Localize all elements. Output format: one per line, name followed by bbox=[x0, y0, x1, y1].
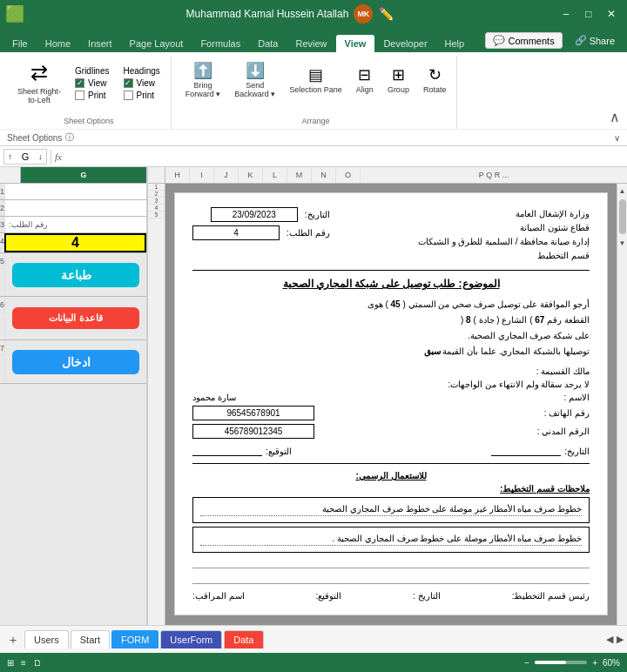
sheet-tab-data[interactable]: Data bbox=[224, 630, 263, 648]
scroll-up-btn[interactable]: ▲ bbox=[617, 185, 628, 196]
doc-org-info: وزارة الإشغال العامة قطاع شئون الصيانة إ… bbox=[418, 207, 590, 263]
scroll-thumb[interactable] bbox=[619, 199, 626, 234]
zoom-out-btn[interactable]: − bbox=[524, 658, 529, 668]
align-label: Align bbox=[356, 85, 374, 94]
database-button[interactable]: قاعدة البيانات bbox=[12, 307, 139, 329]
org3: إدارة صيانة محافظة / السلمية للطرق و الش… bbox=[418, 235, 590, 249]
minimize-button[interactable]: – bbox=[557, 5, 575, 23]
selection-pane-icon: ▤ bbox=[308, 65, 323, 84]
malk-line: مالك القسيمة : bbox=[192, 366, 590, 376]
vertical-scrollbar[interactable]: ▲ ▼ bbox=[617, 184, 627, 625]
doc-footer: رئيس قسم التخطيط: التاريخ : التوقيع: اسم… bbox=[192, 591, 590, 601]
req-label: رقم الطلب: bbox=[287, 228, 330, 238]
add-sheet-button[interactable]: + bbox=[3, 630, 23, 649]
right-panel: H I J K L M N O P Q R ... 1 2 3 4 5 bbox=[148, 167, 627, 625]
headings-view-checkbox[interactable]: ✓ View bbox=[120, 77, 164, 89]
rotate-button[interactable]: ↻ Rotate bbox=[420, 64, 450, 96]
req-value: 4 bbox=[192, 225, 280, 240]
sheet-right-to-left-button[interactable]: ⇄ Sheet Right-to-Left bbox=[14, 59, 64, 106]
footer-name-rep: اسم المراقب: bbox=[192, 591, 245, 601]
family-value: سارة محمود bbox=[192, 393, 236, 402]
tab-page-layout[interactable]: Page Layout bbox=[121, 35, 192, 52]
tab-insert[interactable]: Insert bbox=[79, 35, 121, 52]
sheet-tabs-bar: + Users Start FORM UserForm Data ◀ ▶ bbox=[0, 625, 627, 653]
cell-g4-number[interactable]: 4 bbox=[4, 233, 146, 252]
sheet-tab-users[interactable]: Users bbox=[24, 630, 69, 648]
cell-g2[interactable] bbox=[4, 200, 146, 216]
cell-g1[interactable] bbox=[4, 184, 146, 199]
rotate-icon: ↻ bbox=[428, 65, 442, 84]
pen-icon[interactable]: ✏️ bbox=[378, 6, 394, 22]
tab-data[interactable]: Data bbox=[249, 35, 287, 52]
send-backward-button[interactable]: ⬇️ SendBackward ▾ bbox=[231, 59, 279, 100]
headings-print-checkbox[interactable]: Print bbox=[120, 90, 164, 101]
gridlines-view-checkbox[interactable]: ✓ View bbox=[71, 77, 112, 89]
ribbon-tabs: File Home Insert Page Layout Formulas Da… bbox=[0, 28, 627, 52]
sign-line bbox=[192, 446, 262, 456]
rn-rest bbox=[148, 218, 165, 625]
scroll-down-arrow[interactable]: ↓ bbox=[38, 152, 43, 161]
cell-g3[interactable]: رقم الطلب: bbox=[4, 217, 146, 232]
zoom-in-btn[interactable]: + bbox=[592, 658, 597, 668]
spreadsheet-wrapper: G 1 2 3 رقم الطلب: 4 4 5 bbox=[0, 167, 627, 625]
headings-view-check[interactable]: ✓ bbox=[124, 78, 133, 88]
doc-top-divider bbox=[192, 270, 590, 271]
headings-text: Headings bbox=[124, 66, 160, 76]
sheet-tab-userform[interactable]: UserForm bbox=[160, 630, 222, 648]
sign-date-line bbox=[491, 446, 561, 456]
view-layout-icon[interactable]: ≡ bbox=[21, 658, 26, 668]
group-button[interactable]: ⊞ Group bbox=[384, 64, 413, 96]
scroll-down-btn[interactable]: ▼ bbox=[617, 238, 628, 248]
formula-input[interactable] bbox=[65, 151, 624, 162]
nav-left-btn[interactable]: ◀ bbox=[606, 634, 613, 645]
enter-button[interactable]: ادخال bbox=[12, 350, 139, 374]
align-button[interactable]: ⊟ Align bbox=[353, 64, 377, 96]
name-box[interactable] bbox=[12, 151, 38, 163]
maximize-button[interactable]: □ bbox=[580, 5, 597, 23]
print-button[interactable]: طباعة bbox=[12, 263, 139, 287]
col-h-header: H bbox=[165, 167, 190, 183]
tab-formulas[interactable]: Formulas bbox=[192, 35, 249, 52]
doc-org-header: وزارة الإشغال العامة قطاع شئون الصيانة إ… bbox=[192, 207, 590, 263]
sheet-tab-form[interactable]: FORM bbox=[111, 630, 158, 648]
sheet-tab-start[interactable]: Start bbox=[71, 630, 110, 648]
view-page-icon[interactable]: 🗋 bbox=[33, 658, 42, 668]
sign-row: التاريخ: التوقيع: bbox=[192, 446, 590, 456]
comments-button[interactable]: 💬 Comments bbox=[485, 32, 562, 49]
tab-home[interactable]: Home bbox=[37, 35, 79, 52]
app-window: 🟩 Muhammad Kamal Hussein Atallah MK ✏️ –… bbox=[0, 0, 627, 672]
send-backward-label: SendBackward ▾ bbox=[234, 81, 275, 98]
doc-with-rows: 1 2 3 4 5 وزارة الإشغال العامة قطاع ش bbox=[148, 184, 627, 625]
headings-print-check[interactable] bbox=[124, 91, 133, 100]
right-col-headers: H I J K L M N O P Q R ... bbox=[148, 167, 627, 184]
zoom-slider[interactable] bbox=[535, 661, 587, 664]
footer-date: التاريخ : bbox=[413, 591, 441, 601]
tab-file[interactable]: File bbox=[3, 35, 37, 52]
bring-forward-button[interactable]: ⬆️ BringForward ▾ bbox=[182, 59, 225, 100]
rotate-label: Rotate bbox=[423, 85, 447, 94]
tab-view[interactable]: View bbox=[336, 35, 375, 52]
ribbon-expand-icon[interactable]: ∧ bbox=[610, 109, 620, 125]
gridlines-print-checkbox[interactable]: Print bbox=[71, 90, 112, 101]
gridlines-view-check[interactable]: ✓ bbox=[75, 78, 84, 88]
tab-developer[interactable]: Developer bbox=[374, 35, 435, 52]
row-4: 4 4 bbox=[0, 233, 146, 253]
ribbon-expand-arrow[interactable]: ∨ bbox=[614, 133, 620, 143]
notes-header: ملاحظات قسم التخطيط: bbox=[192, 484, 590, 494]
close-button[interactable]: ✕ bbox=[603, 5, 620, 23]
selection-pane-button[interactable]: ▤ Selection Pane bbox=[286, 64, 346, 96]
family-row: الاسم : سارة محمود bbox=[192, 393, 590, 402]
nav-right-btn[interactable]: ▶ bbox=[617, 634, 624, 645]
tab-review[interactable]: Review bbox=[287, 35, 335, 52]
view-normal-icon[interactable]: ⊞ bbox=[7, 658, 14, 668]
share-button[interactable]: 🔗 Share bbox=[566, 33, 624, 48]
ribbon: File Home Insert Page Layout Formulas Da… bbox=[0, 28, 627, 146]
gridlines-print-check[interactable] bbox=[75, 91, 84, 100]
col-k-header: K bbox=[239, 167, 263, 183]
doc-scroll-area[interactable]: وزارة الإشغال العامة قطاع شئون الصيانة إ… bbox=[165, 184, 617, 625]
row-7-btn: 7 ادخال bbox=[0, 340, 146, 384]
col-n-header: N bbox=[312, 167, 336, 183]
nav-arrows: ◀ ▶ bbox=[606, 634, 624, 645]
status-left: ⊞ ≡ 🗋 bbox=[7, 658, 42, 668]
tab-help[interactable]: Help bbox=[436, 35, 474, 52]
